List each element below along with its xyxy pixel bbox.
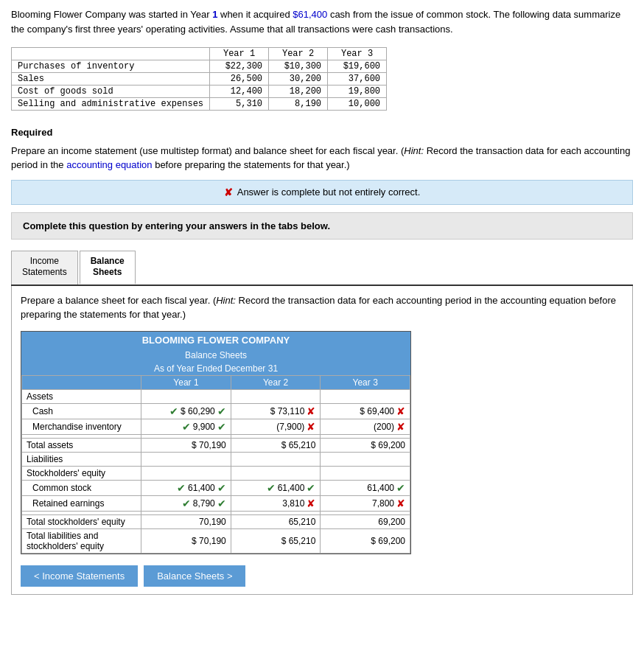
dt-row-1-y1: 26,500 — [210, 73, 269, 86]
data-table: Year 1Year 2Year 3Purchases of inventory… — [11, 47, 387, 111]
bs-common-stock-y3: 61,400 ✔ — [321, 480, 410, 495]
dt-row-2-y3: 19,800 — [328, 86, 387, 98]
bs-cash-y1: ✔ $ 60,290 ✔ — [141, 403, 231, 419]
x-icon-inv-y3: ✘ — [396, 421, 405, 433]
complete-banner: Complete this question by entering your … — [11, 212, 633, 240]
bs-cash-y3: $ 69,400 ✘ — [321, 403, 410, 419]
bs-table: Year 1 Year 2 Year 3 Assets Cash — [21, 375, 410, 554]
tab-content-balance-sheets: Prepare a balance sheet for each fiscal … — [11, 286, 633, 595]
bs-common-stock-label: Common stock — [22, 480, 141, 495]
nav-buttons: < Income Statements Balance Sheets > — [21, 565, 623, 587]
dt-row-label-3: Selling and administrative expenses — [12, 98, 210, 111]
dt-header-y3: Year 3 — [328, 48, 387, 60]
bs-total-equity-row: Total stockholders' equity 70,190 65,210… — [22, 514, 410, 528]
dt-row-0-y2: $10,300 — [269, 60, 328, 73]
intro-paragraph: Blooming Flower Company was started in Y… — [11, 7, 633, 36]
bs-cash-y2-value: $ 73,110 — [270, 406, 305, 416]
x-icon-re-y3: ✘ — [396, 498, 405, 509]
tab-balance-sheets[interactable]: BalanceSheets — [80, 251, 136, 285]
tabs-container: IncomeStatements BalanceSheets Prepare a… — [11, 251, 633, 595]
bs-common-stock-y1: ✔ 61,400 ✔ — [141, 480, 231, 495]
bs-assets-y3-empty — [321, 389, 410, 403]
tab-income-statements[interactable]: IncomeStatements — [11, 251, 78, 285]
bs-liabilities-label-row: Liabilities — [22, 452, 410, 466]
bs-header-label — [22, 375, 141, 389]
bs-retained-earnings-label: Retained earnings — [22, 495, 141, 511]
required-text: Prepare an income statement (use multist… — [11, 144, 633, 172]
bs-assets-y2-empty — [231, 389, 321, 403]
bs-total-assets-y2: $ 65,210 — [231, 438, 321, 452]
bs-merch-inv-y1: ✔ 9,900 ✔ — [141, 419, 231, 434]
complete-banner-text: Complete this question by entering your … — [23, 220, 330, 231]
bs-liabilities-y3-empty — [321, 452, 410, 466]
bs-subtitle: As of Year Ended December 31 — [21, 362, 410, 375]
bs-common-stock-row: Common stock ✔ 61,400 ✔ ✔ 61,400 — [22, 480, 410, 495]
bs-merch-inv-y2-value: (7,900) — [276, 422, 304, 432]
bs-total-equity-y3: 69,200 — [321, 514, 410, 528]
bs-common-stock-y2: ✔ 61,400 ✔ — [231, 480, 321, 495]
dt-header-label — [12, 48, 210, 60]
check-icon-cs-y2: ✔ — [267, 482, 276, 494]
check-icon-cash-y1: ✔ — [169, 405, 178, 417]
x-icon-cash-y2: ✘ — [307, 405, 315, 417]
bs-stockholders-y2-empty — [231, 466, 321, 480]
dt-row-label-0: Purchases of inventory — [12, 60, 210, 73]
bs-total-liab-equity-y3: $ 69,200 — [321, 528, 410, 553]
bs-retained-earnings-y3-value: 7,800 — [372, 498, 394, 509]
tab-hint: Prepare a balance sheet for each fiscal … — [21, 293, 623, 322]
bs-company-name: BLOOMING FLOWER COMPANY — [21, 332, 410, 349]
required-label: Required — [11, 127, 52, 138]
dt-header-y2: Year 2 — [269, 48, 328, 60]
answer-banner-text: Answer is complete but not entirely corr… — [237, 186, 421, 198]
check-icon-cs-y2b: ✔ — [307, 482, 315, 494]
bs-retained-earnings-y1-value: 8,790 — [193, 498, 215, 509]
check-icon-inv-y1: ✔ — [182, 421, 191, 433]
bs-liabilities-y1-empty — [141, 452, 231, 466]
dt-header-y1: Year 1 — [210, 48, 269, 60]
dt-row-3-y2: 8,190 — [269, 98, 328, 111]
bs-stockholders-label: Stockholders' equity — [22, 466, 141, 480]
bs-liabilities-label: Liabilities — [22, 452, 141, 466]
bs-common-stock-y1-value: 61,400 — [188, 483, 215, 493]
intro-text-1: Blooming Flower Company was started in Y… — [11, 9, 212, 20]
bs-header-y1: Year 1 — [141, 375, 231, 389]
bs-merch-inv-y1-value: 9,900 — [193, 422, 215, 432]
bs-retained-earnings-y3: 7,800 ✘ — [321, 495, 410, 511]
bs-assets-y1-empty — [141, 389, 231, 403]
bs-retained-earnings-row: Retained earnings ✔ 8,790 ✔ 3,810 ✘ — [22, 495, 410, 511]
balance-sheet-wrapper: BLOOMING FLOWER COMPANY Balance Sheets A… — [21, 331, 411, 554]
check-icon-cs-y1b: ✔ — [217, 482, 226, 494]
dt-row-1-y2: 30,200 — [269, 73, 328, 86]
bs-total-equity-y1: 70,190 — [141, 514, 231, 528]
bs-stockholders-y3-empty — [321, 466, 410, 480]
dt-row-1-y3: 37,600 — [328, 73, 387, 86]
bs-stockholders-y1-empty — [141, 466, 231, 480]
bs-header-y3: Year 3 — [321, 375, 410, 389]
bs-total-liab-equity-label: Total liabilities and stockholders' equi… — [22, 528, 141, 553]
check-icon-cs-y3: ✔ — [396, 482, 405, 494]
x-icon-re-y2: ✘ — [307, 498, 315, 509]
check-icon-re-y1: ✔ — [182, 498, 191, 509]
x-icon-inv-y2: ✘ — [307, 421, 315, 433]
bs-merch-inv-y3: (200) ✘ — [321, 419, 410, 434]
bs-total-equity-y2: 65,210 — [231, 514, 321, 528]
bs-cash-y2: $ 73,110 ✘ — [231, 403, 321, 419]
intro-text-2: when it acquired — [217, 9, 293, 20]
dt-row-0-y3: $19,600 — [328, 60, 387, 73]
bs-merch-inv-label: Merchandise inventory — [22, 419, 141, 434]
required-link-blue: accounting equation — [66, 159, 152, 170]
dt-row-label-1: Sales — [12, 73, 210, 86]
bs-total-assets-y1: $ 70,190 — [141, 438, 231, 452]
bs-cash-label: Cash — [22, 403, 141, 419]
dt-row-0-y1: $22,300 — [210, 60, 269, 73]
nav-income-statements-button[interactable]: < Income Statements — [21, 565, 138, 587]
bs-total-assets-label: Total assets — [22, 438, 141, 452]
bs-stockholders-label-row: Stockholders' equity — [22, 466, 410, 480]
tabs-row: IncomeStatements BalanceSheets — [11, 251, 633, 286]
bs-cash-y3-value: $ 69,400 — [360, 406, 394, 416]
required-section: Required Prepare an income statement (us… — [11, 125, 633, 172]
bs-merch-inv-row: Merchandise inventory ✔ 9,900 ✔ (7,900) — [22, 419, 410, 434]
dt-row-label-2: Cost of goods sold — [12, 86, 210, 98]
nav-balance-sheets-button[interactable]: Balance Sheets > — [144, 565, 245, 587]
intro-amount: $61,400 — [293, 9, 327, 20]
